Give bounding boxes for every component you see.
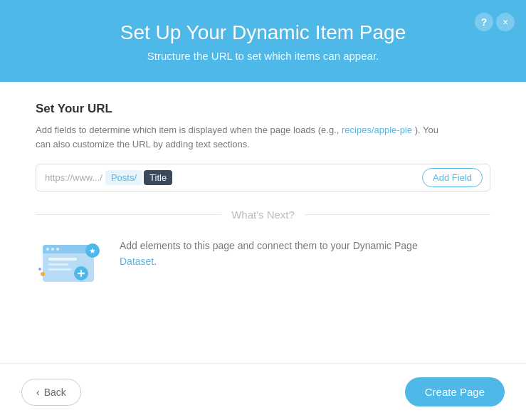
content-area: Set Your URL Add fields to determine whi…: [0, 82, 526, 402]
create-page-button[interactable]: Create Page: [405, 377, 505, 406]
url-tag-posts[interactable]: Posts/: [105, 170, 142, 185]
url-prefix: https://www.../: [45, 172, 102, 183]
help-button[interactable]: ?: [475, 13, 493, 31]
svg-point-4: [51, 248, 54, 251]
url-bar: https://www.../ Posts/ Title Add Field: [36, 164, 490, 191]
back-label: Back: [44, 387, 66, 398]
url-tag-title[interactable]: Title: [144, 170, 172, 185]
close-button[interactable]: ×: [496, 13, 515, 31]
back-button[interactable]: ‹ Back: [21, 379, 81, 406]
whats-next-row: What's Next?: [36, 209, 490, 221]
illustration: ★: [36, 235, 107, 292]
svg-text:★: ★: [89, 246, 96, 255]
svg-rect-11: [80, 270, 82, 277]
divider-right: [305, 214, 490, 215]
add-field-button[interactable]: Add Field: [422, 168, 483, 187]
url-section: Set Your URL Add fields to determine whi…: [36, 102, 490, 191]
page-subtitle: Structure the URL to set which items can…: [43, 50, 483, 62]
svg-rect-6: [48, 258, 77, 261]
dataset-link[interactable]: Dataset: [120, 256, 154, 267]
svg-rect-8: [48, 268, 71, 271]
svg-rect-7: [48, 263, 68, 266]
url-section-title: Set Your URL: [36, 102, 490, 116]
info-text: Add elements to this page and connect th…: [120, 235, 447, 270]
url-section-desc: Add fields to determine which item is di…: [36, 123, 448, 151]
svg-point-3: [46, 248, 49, 251]
svg-point-5: [56, 248, 59, 251]
back-arrow-icon: ‹: [36, 387, 40, 398]
header: Set Up Your Dynamic Item Page Structure …: [0, 0, 526, 82]
divider-left: [36, 214, 221, 215]
svg-point-15: [38, 268, 41, 271]
footer: ‹ Back Create Page: [0, 363, 526, 420]
whats-next-label: What's Next?: [231, 209, 295, 221]
page-title: Set Up Your Dynamic Item Page: [43, 21, 483, 44]
info-row: ★ Add elements to this page and connect …: [36, 235, 490, 292]
svg-point-14: [41, 272, 45, 276]
url-desc-link[interactable]: recipes/apple-pie: [342, 125, 412, 135]
